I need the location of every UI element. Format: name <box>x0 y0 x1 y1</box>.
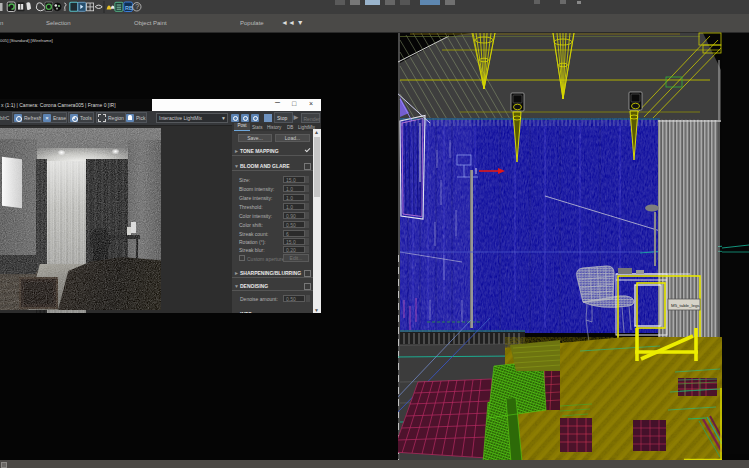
svg-text:?: ? <box>135 3 139 10</box>
svg-text:RB: RB <box>125 5 133 11</box>
svg-text:M5_table_legs: M5_table_legs <box>671 303 700 308</box>
